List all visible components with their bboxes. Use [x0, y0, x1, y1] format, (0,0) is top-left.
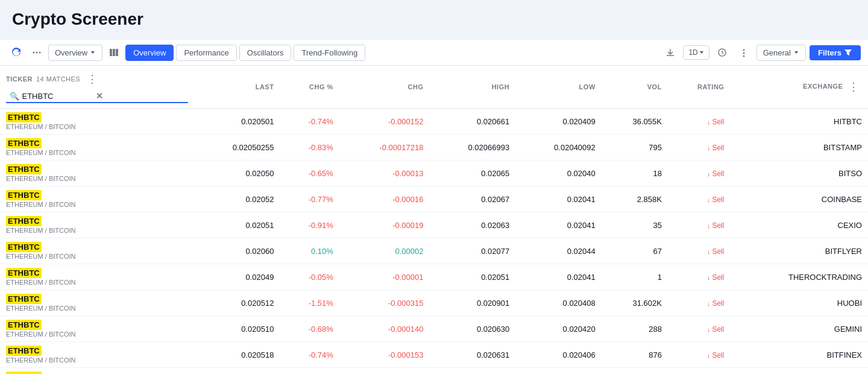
rating-value: Sell: [668, 238, 731, 264]
low-value: 0.02041: [515, 186, 602, 212]
rating-value: Sell: [668, 212, 731, 238]
ticker-cell: ETHBTC ETHEREUM / BITCOIN: [0, 109, 194, 135]
ticker-cell: ETHBTC ETHEREUM / BITCOIN: [0, 238, 194, 264]
exchange-value: BITSO: [730, 160, 868, 186]
svg-point-7: [743, 49, 744, 51]
ticker-cell: ETHBTC ETHEREUM / BITCOIN: [0, 264, 194, 290]
ticker-cell: ETHBTC ETHEREUM / BITCOIN: [0, 290, 194, 316]
settings-button[interactable]: [735, 43, 753, 62]
ticker-name: ETHEREUM / BITCOIN: [6, 149, 188, 156]
low-value: 0.020408: [515, 290, 602, 316]
high-value: 0.020631: [429, 342, 515, 368]
rating-value: Sell: [668, 368, 731, 375]
chg-pct-column-header: CHG %: [280, 66, 339, 109]
table-row[interactable]: ETHBTC ETHEREUM / BITCOIN 0.020501 -0.74…: [0, 109, 868, 135]
rating-value: Sell: [668, 160, 731, 186]
chg-pct-value: -0.65%: [280, 160, 339, 186]
clear-search-icon[interactable]: ✕: [96, 91, 104, 101]
chg-value: -0.00017218: [339, 135, 430, 160]
ticker-cell: ETHBTC ETHEREUM / BITCOIN: [0, 342, 194, 368]
rating-column-header: RATING: [668, 66, 731, 109]
chg-value: 0.00002: [339, 238, 430, 264]
vol-value: 795: [602, 135, 668, 160]
tab-performance[interactable]: Performance: [176, 45, 236, 61]
table-row[interactable]: ETHBTC ETHEREUM / BITCOIN 0.020510 -0.68…: [0, 316, 868, 342]
overview-dropdown[interactable]: Overview: [48, 45, 102, 61]
ticker-symbol: ETHBTC: [6, 320, 42, 330]
ticker-name: ETHEREUM / BITCOIN: [6, 279, 188, 286]
chg-value: -0.00013: [339, 160, 430, 186]
chg-value: -0.00016: [339, 186, 430, 212]
ticker-name: ETHEREUM / BITCOIN: [6, 201, 188, 208]
table-more-button[interactable]: ⋮: [84, 71, 101, 87]
low-value: 0.020409: [515, 109, 602, 135]
general-dropdown[interactable]: General: [756, 45, 806, 61]
rating-value: Sell: [668, 135, 731, 160]
ticker-name: ETHEREUM / BITCOIN: [6, 123, 188, 130]
refresh-button[interactable]: [7, 43, 25, 62]
chg-value: -0.00019: [339, 212, 430, 238]
table-row[interactable]: ETHBTC ETHEREUM / BITCOIN 0.02060 0.10% …: [0, 238, 868, 264]
table-row[interactable]: ETHBTC ETHEREUM / BITCOIN 0.020512 -1.51…: [0, 290, 868, 316]
low-value: 0.02041: [515, 264, 602, 290]
high-value: 0.02051: [429, 264, 515, 290]
ticker-symbol: ETHBTC: [6, 372, 42, 374]
tab-oscillators[interactable]: Oscillators: [239, 45, 292, 61]
ticker-name: ETHEREUM / BITCOIN: [6, 175, 188, 182]
ticker-cell: ETHBTC ETHEREUM / BITCOIN: [0, 186, 194, 212]
chg-value: -0.000152: [339, 109, 430, 135]
last-value: 0.020501: [194, 109, 280, 135]
table-row[interactable]: ETHBTC ETHEREUM / BITCOIN 0.02052 -0.77%…: [0, 186, 868, 212]
chg-pct-value: 0.10%: [280, 238, 339, 264]
chg-pct-value: -0.73%: [280, 368, 339, 375]
table-row[interactable]: ETHBTC ETHEREUM / BITCOIN 0.02051 -0.91%…: [0, 212, 868, 238]
rating-value: Sell: [668, 264, 731, 290]
chg-pct-value: -0.74%: [280, 342, 339, 368]
ticker-cell: ETHBTC ETHEREUM / BITCOIN: [0, 316, 194, 342]
chg-pct-value: -1.51%: [280, 290, 339, 316]
exchange-value: HITBTC: [730, 109, 868, 135]
columns-icon-button[interactable]: [105, 43, 123, 62]
table-row[interactable]: ETHBTC ETHEREUM / BITCOIN 0.02049 -0.05%…: [0, 264, 868, 290]
low-value: 0.02044: [515, 238, 602, 264]
ticker-name: ETHEREUM / BITCOIN: [6, 357, 188, 364]
ticker-name: ETHEREUM / BITCOIN: [6, 305, 188, 312]
sell-badge: Sell: [707, 118, 725, 126]
ticker-search-input[interactable]: [22, 92, 95, 101]
search-container: 🔍 ✕: [6, 90, 188, 103]
high-value: 0.02063: [429, 212, 515, 238]
ticker-symbol: ETHBTC: [6, 294, 42, 304]
exchange-value: COINBASE: [730, 186, 868, 212]
high-value: 0.02065: [429, 160, 515, 186]
more-options-button[interactable]: [28, 43, 46, 62]
svg-point-2: [39, 52, 41, 54]
chg-value: -0.00015125: [339, 368, 430, 375]
auto-refresh-button[interactable]: [713, 43, 731, 62]
ticker-symbol: ETHBTC: [6, 138, 42, 148]
chg-column-header: CHG: [339, 66, 430, 109]
high-value: 0.02066815: [429, 368, 515, 375]
vol-column-header: VOL: [602, 66, 668, 109]
high-value: 0.02066993: [429, 135, 515, 160]
ticker-cell: ETHBTC ETHEREUM / BITCOIN: [0, 135, 194, 160]
vol-value: 876: [602, 342, 668, 368]
vol-value: 2.338K: [602, 368, 668, 375]
table-row[interactable]: ETHBTC ETHEREUM / BITCOIN 0.02050 -0.65%…: [0, 160, 868, 186]
data-table-container: TICKER 14 matches ⋮ 🔍 ✕ LAST CHG % CHG: [0, 66, 868, 374]
tab-trend-following[interactable]: Trend-Following: [294, 45, 365, 61]
download-button[interactable]: [661, 43, 679, 62]
table-row[interactable]: ETHBTC ETHEREUM / BITCOIN 0.02051580 -0.…: [0, 368, 868, 375]
tab-overview[interactable]: Overview: [125, 45, 174, 61]
sell-badge: Sell: [707, 273, 725, 282]
filters-button[interactable]: Filters: [810, 45, 861, 60]
interval-button[interactable]: 1D: [683, 45, 709, 60]
exchange-value: BITFLYER: [730, 238, 868, 264]
exchange-more-button[interactable]: ⋮: [845, 78, 862, 95]
table-row[interactable]: ETHBTC ETHEREUM / BITCOIN 0.020518 -0.74…: [0, 342, 868, 368]
low-value: 0.02040: [515, 160, 602, 186]
chg-pct-value: -0.68%: [280, 316, 339, 342]
high-value: 0.020630: [429, 316, 515, 342]
table-row[interactable]: ETHBTC ETHEREUM / BITCOIN 0.02050255 -0.…: [0, 135, 868, 160]
exchange-value: HUOBI: [730, 290, 868, 316]
svg-rect-5: [116, 49, 118, 56]
